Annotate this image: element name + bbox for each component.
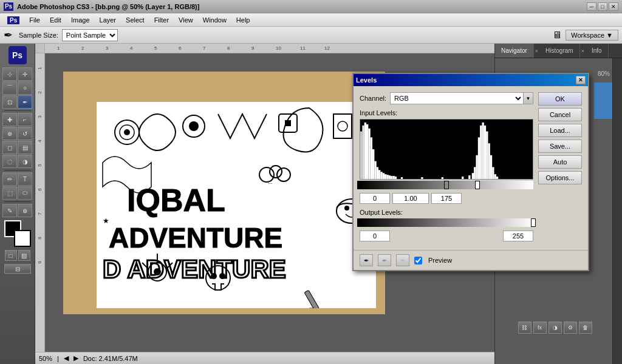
- svg-text:ADVENTURE: ADVENTURE: [109, 222, 282, 254]
- menu-filter[interactable]: Filter: [149, 15, 174, 25]
- quickmask-mode[interactable]: ▨: [18, 250, 30, 261]
- panel-mask-tool[interactable]: ◑: [549, 322, 562, 334]
- lasso-tool[interactable]: ⌒: [2, 81, 17, 95]
- menu-window[interactable]: Window: [198, 15, 231, 25]
- input-black-value[interactable]: [360, 193, 390, 204]
- auto-button[interactable]: Auto: [538, 155, 582, 169]
- input-mid-slider[interactable]: [444, 181, 449, 189]
- crop-tool[interactable]: ⊡: [2, 95, 17, 109]
- shape-tool[interactable]: ⬭: [18, 186, 32, 200]
- history-tool[interactable]: ↺: [18, 127, 32, 140]
- pen-tool[interactable]: ✏: [2, 172, 17, 186]
- output-black-slider[interactable]: [357, 218, 362, 227]
- menu-adobe[interactable]: Ps: [2, 15, 24, 25]
- tab-navigator-close[interactable]: ×: [534, 48, 539, 54]
- ruler-h-tick: 7: [203, 46, 205, 51]
- tab-navigator[interactable]: Navigator: [495, 44, 534, 58]
- standard-mode[interactable]: □: [5, 250, 17, 261]
- eraser-tool[interactable]: ◻: [2, 141, 17, 154]
- load-button[interactable]: Load...: [538, 124, 582, 137]
- panel-scrollbar[interactable]: [612, 58, 622, 364]
- menu-file[interactable]: File: [24, 15, 45, 25]
- options-button[interactable]: Options...: [538, 171, 582, 184]
- output-black-value[interactable]: [360, 231, 390, 241]
- input-black-slider[interactable]: [357, 181, 362, 189]
- output-white-value[interactable]: [503, 231, 533, 241]
- adobe-logo: Ps: [7, 16, 19, 24]
- panel-tabs: Navigator × Histogram × Info: [495, 44, 622, 58]
- panel-fx-tool[interactable]: fx: [533, 322, 547, 334]
- screen-mode[interactable]: ⊟: [4, 264, 31, 274]
- heal-tool[interactable]: ✚: [2, 113, 17, 126]
- panel-adj-tool[interactable]: ⚙: [564, 322, 577, 334]
- nav-arrow-right[interactable]: ▶: [73, 354, 78, 362]
- panel-trash-tool[interactable]: 🗑: [579, 322, 592, 334]
- save-button[interactable]: Save...: [538, 140, 582, 153]
- input-white-slider[interactable]: [475, 181, 480, 189]
- marquee-tool[interactable]: ⊹: [2, 67, 17, 81]
- tab-info[interactable]: Info: [586, 44, 609, 58]
- menu-image[interactable]: Image: [66, 15, 95, 25]
- input-mid-value[interactable]: [392, 193, 429, 204]
- gray-eyedropper[interactable]: ✒: [378, 254, 391, 266]
- notes-tool[interactable]: ✎: [2, 204, 17, 217]
- preview-label[interactable]: Preview: [428, 257, 452, 264]
- move-tool[interactable]: ✛: [18, 67, 32, 81]
- black-eyedropper[interactable]: ✒: [360, 254, 373, 266]
- path-tool[interactable]: ⬚: [2, 186, 17, 200]
- ruler-h-tick: 11: [300, 46, 306, 51]
- workspace-button[interactable]: Workspace ▼: [566, 30, 618, 41]
- svg-point-22: [211, 273, 217, 279]
- magic-wand-tool[interactable]: ✧: [18, 81, 32, 95]
- background-color[interactable]: [14, 230, 31, 247]
- tab-histogram-close[interactable]: ×: [580, 48, 586, 54]
- ok-button[interactable]: OK: [538, 92, 582, 106]
- brush-tool[interactable]: ⌐: [18, 113, 32, 126]
- dodge-tool[interactable]: ◑: [18, 155, 32, 168]
- doodle-svg: ★ ✦ IQBAL ADVENTURE D ADVENTURE: [97, 102, 376, 308]
- svg-rect-51: [462, 177, 463, 179]
- output-slider[interactable]: [360, 218, 533, 227]
- ruler-v-tick: 8: [37, 237, 43, 239]
- blur-tool[interactable]: ◌: [2, 155, 17, 168]
- clone-tool[interactable]: ⊕: [2, 127, 17, 140]
- cancel-button[interactable]: Cancel: [538, 108, 582, 121]
- output-white-slider[interactable]: [531, 218, 536, 227]
- gradient-tool[interactable]: ▤: [18, 141, 32, 154]
- menu-help[interactable]: Help: [231, 15, 255, 25]
- titlebar-controls[interactable]: ─ □ ✕: [587, 2, 618, 11]
- status-separator: |: [57, 355, 59, 362]
- white-eyedropper[interactable]: ✒: [396, 254, 409, 266]
- eyedropper-tool[interactable]: ✒: [18, 95, 32, 109]
- svg-rect-47: [395, 177, 397, 179]
- histogram-svg: [360, 120, 533, 179]
- ruler-h-tick: 6: [179, 46, 181, 51]
- maximize-button[interactable]: □: [598, 2, 607, 11]
- tab-histogram[interactable]: Histogram: [539, 44, 580, 58]
- svg-rect-62: [490, 155, 492, 179]
- menu-layer[interactable]: Layer: [95, 15, 121, 25]
- tool-row-4: ✚ ⌐: [2, 113, 32, 126]
- minimize-button[interactable]: ─: [587, 2, 596, 11]
- preview-checkbox[interactable]: [414, 257, 422, 265]
- doodle-artwork: ★ ✦ IQBAL ADVENTURE D ADVENTURE: [97, 102, 376, 308]
- ruler-h-tick: 5: [154, 46, 157, 51]
- ruler-vertical: 1 2 3 4 5 6 7 8 9: [35, 53, 45, 364]
- menu-edit[interactable]: Edit: [45, 15, 66, 25]
- input-sliders[interactable]: [360, 181, 533, 189]
- nav-arrow-left[interactable]: ◀: [64, 354, 69, 362]
- input-levels-label: Input Levels:: [360, 109, 533, 116]
- zoom-tool[interactable]: ⊕: [18, 204, 32, 217]
- title-text: Adobe Photoshop CS3 - [bb.png @ 50% (Lay…: [17, 3, 199, 10]
- close-button[interactable]: ✕: [609, 2, 618, 11]
- mode-buttons: □ ▨: [5, 250, 30, 261]
- svg-rect-43: [386, 175, 388, 179]
- channel-select[interactable]: RGB: [390, 92, 524, 104]
- menu-select[interactable]: Select: [121, 15, 149, 25]
- sample-size-select[interactable]: Point Sample: [62, 29, 118, 41]
- levels-close-button[interactable]: ✕: [576, 76, 586, 84]
- input-white-value[interactable]: [431, 193, 462, 204]
- panel-link-tool[interactable]: ⛓: [518, 322, 531, 334]
- menu-view[interactable]: View: [174, 15, 198, 25]
- type-tool[interactable]: T: [18, 172, 32, 186]
